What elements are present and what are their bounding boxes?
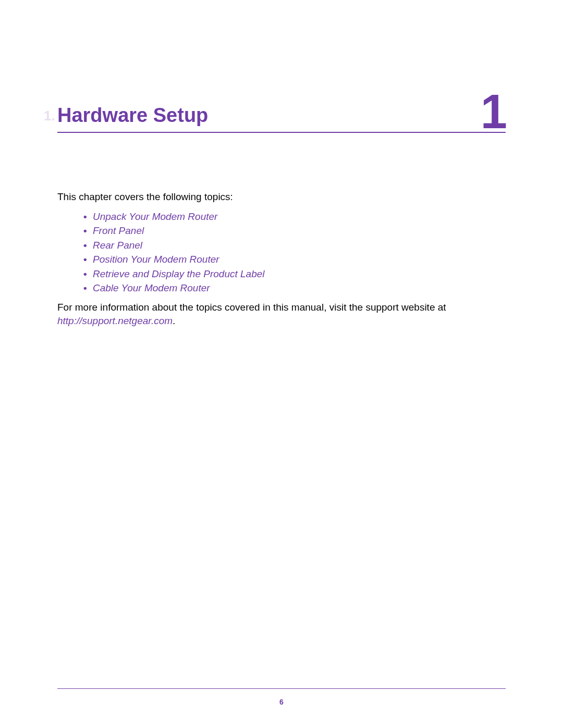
intro-text: This chapter covers the following topics… xyxy=(57,190,506,204)
footer-rule xyxy=(57,688,506,689)
topic-link[interactable]: Retrieve and Display the Product Label xyxy=(83,267,506,281)
document-page: 1. Hardware Setup 1 This chapter covers … xyxy=(0,0,563,728)
topic-link[interactable]: Rear Panel xyxy=(83,238,506,253)
chapter-title: Hardware Setup xyxy=(57,104,506,127)
page-number: 6 xyxy=(0,698,563,706)
chapter-header: 1. Hardware Setup 1 xyxy=(57,104,506,133)
support-link[interactable]: http://support.netgear.com xyxy=(57,315,173,326)
topic-link[interactable]: Front Panel xyxy=(83,224,506,238)
more-info-suffix: . xyxy=(173,315,175,326)
chapter-number: 1 xyxy=(481,88,507,135)
more-info-text: For more information about the topics co… xyxy=(57,301,506,328)
topic-link[interactable]: Unpack Your Modem Router xyxy=(83,209,506,224)
chapter-side-tab: 1. xyxy=(44,108,55,124)
topic-link[interactable]: Position Your Modem Router xyxy=(83,252,506,267)
topic-link[interactable]: Cable Your Modem Router xyxy=(83,281,506,295)
more-info-prefix: For more information about the topics co… xyxy=(57,302,446,313)
topic-list: Unpack Your Modem Router Front Panel Rea… xyxy=(57,209,506,295)
